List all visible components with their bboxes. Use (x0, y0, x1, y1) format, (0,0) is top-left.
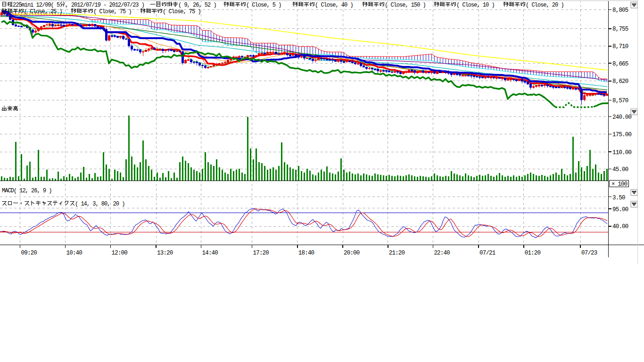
svg-text:MACD( 12, 26, 9 ): MACD( 12, 26, 9 ) (2, 188, 51, 194)
svg-text:8,570: 8,570 (612, 98, 628, 104)
svg-text:22:40: 22:40 (434, 250, 450, 256)
svg-text:18:40: 18:40 (298, 250, 314, 256)
svg-text:3.50: 3.50 (612, 195, 625, 201)
svg-text:10:40: 10:40 (66, 250, 83, 256)
svg-text:( Close, 150 ): ( Close, 150 ) (385, 2, 426, 8)
svg-text:( Close, 40 ): ( Close, 40 ) (315, 2, 353, 8)
svg-text:07/21: 07/21 (479, 250, 495, 256)
svg-text:45.00: 45.00 (612, 166, 628, 173)
svg-text:240.00: 240.00 (612, 114, 632, 121)
svg-text:( Close, 75 ): ( Close, 75 ) (93, 8, 132, 15)
svg-text:( Close, 75 ): ( Close, 75 ) (163, 8, 201, 15)
svg-text:8,665: 8,665 (612, 61, 628, 67)
svg-text:175.00: 175.00 (612, 132, 632, 138)
svg-text:8,710: 8,710 (612, 43, 628, 50)
svg-text:8,805: 8,805 (612, 7, 628, 14)
svg-text:, 2012/07/19 - 2012/07/23 ): , 2012/07/19 - 2012/07/23 ) (66, 2, 144, 8)
svg-text:95.00: 95.00 (612, 206, 628, 213)
svg-text:14:40: 14:40 (202, 250, 218, 256)
svg-text:8,755: 8,755 (612, 26, 628, 33)
svg-text:( Close, 10 ): ( Close, 10 ) (456, 2, 495, 8)
svg-text:07/23: 07/23 (581, 250, 597, 256)
svg-text:13:20: 13:20 (157, 250, 173, 256)
svg-text:110.00: 110.00 (612, 149, 632, 156)
svg-text:8,620: 8,620 (612, 78, 628, 85)
svg-text:21:20: 21:20 (389, 250, 405, 256)
svg-text:09:20: 09:20 (21, 250, 37, 256)
svg-text:( Close, 25 ): ( Close, 25 ) (24, 8, 62, 15)
svg-text:01:20: 01:20 (525, 250, 541, 256)
svg-text:20:00: 20:00 (344, 250, 360, 256)
svg-text:( Close, 20 ): ( Close, 20 ) (526, 2, 564, 8)
svg-text:( Close, 5 ): ( Close, 5 ) (246, 2, 281, 8)
svg-text:× 100: × 100 (611, 181, 627, 188)
svg-text:40.00: 40.00 (612, 223, 628, 230)
svg-text:( 14, 3, 80, 20 ): ( 14, 3, 80, 20 ) (75, 201, 124, 207)
svg-text:12:00: 12:00 (112, 250, 128, 256)
svg-text:225mini 12/09( 5: 225mini 12/09( 5 (13, 2, 60, 8)
svg-text:17:20: 17:20 (253, 250, 269, 256)
svg-text:( 9, 26, 52 ): ( 9, 26, 52 ) (178, 2, 216, 8)
